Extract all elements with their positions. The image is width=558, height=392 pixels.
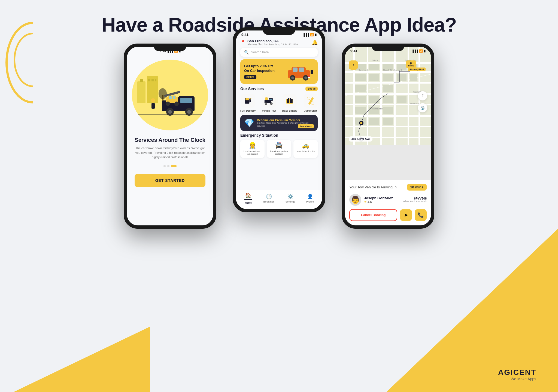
nav-home[interactable]: 🏠 Home [244, 192, 252, 204]
svg-rect-64 [345, 71, 431, 73]
taxi-icon: 🚕 [302, 142, 309, 149]
phone2-screen: 9:41 ▐▐▐ 📶 ▮ 📍 San Francisco, CA Alemany… [236, 30, 322, 209]
bookings-nav-label: Bookings [263, 200, 275, 203]
back-button[interactable]: ‹ [349, 60, 358, 70]
svg-point-19 [187, 110, 191, 114]
battery-icon: ▮ [315, 33, 317, 36]
map-area: 30th St Church St Day Randall St Fairmou… [345, 47, 431, 145]
phone-home: 9:41 ▐▐▐ 📶 ▮ 📍 San Francisco, CA Alemany… [233, 27, 325, 212]
service-fuel-delivery[interactable]: Fuel Delivery [240, 94, 256, 112]
vehicle-tow-label: Vehicle Tow [262, 109, 276, 112]
svg-rect-89 [410, 74, 417, 81]
svg-rect-27 [293, 68, 298, 72]
svg-rect-5 [155, 79, 156, 81]
svg-rect-98 [369, 118, 379, 125]
nav-settings[interactable]: ⚙️ Settings [286, 194, 295, 203]
location-city: San Francisco, CA [247, 39, 298, 43]
services-grid: Fuel Delivery [240, 94, 318, 112]
branding: AGICENT We Make Apps [498, 368, 536, 381]
svg-point-32 [304, 76, 307, 79]
svg-text:30th St: 30th St [372, 59, 378, 61]
phone3-time: 9:41 [350, 49, 357, 53]
signal-icon: ▐▐▐ [412, 50, 418, 53]
emergency-title: Emergency Situation [240, 133, 318, 137]
see-all-button[interactable]: See all [305, 87, 318, 91]
nav-profile[interactable]: 👤 Profile [306, 194, 314, 203]
bg-triangle-left [14, 283, 150, 392]
dot-1 [163, 165, 166, 167]
svg-point-21 [174, 102, 179, 106]
phone1-screen: 9:41 ▐▐▐ 📶 ▮ [127, 47, 213, 225]
search-bar[interactable]: 🔍 Search here [240, 48, 318, 57]
tracking-panel: Your Tow Vehicle Is Arriving In 10 mins … [345, 180, 431, 225]
emergency-report-accident[interactable]: 🚔 I want to report an accident [267, 140, 291, 158]
wifi-icon: 📶 [310, 33, 314, 36]
destination-label: Alemany Blvd [408, 68, 426, 71]
nav-bookings[interactable]: 🕐 Bookings [263, 194, 275, 203]
svg-point-20 [166, 102, 170, 106]
phone-splash: 9:41 ▐▐▐ 📶 ▮ [124, 44, 216, 229]
cancel-booking-button[interactable]: Cancel Booking [349, 209, 397, 221]
jump-start-icon-box [304, 94, 318, 108]
location-pin-icon: 📍 [240, 39, 246, 45]
driver-name: Joseph Gonzalez [364, 196, 400, 200]
svg-rect-1 [140, 79, 143, 82]
service-dead-battery[interactable]: ! Dead Battery [282, 94, 298, 112]
fuel-delivery-label: Fuel Delivery [240, 109, 256, 112]
location-details: San Francisco, CA Alemany Blvd, San Fran… [247, 39, 298, 46]
svg-rect-54 [288, 98, 290, 99]
phones-container: 9:41 ▐▐▐ 📶 ▮ [0, 44, 558, 229]
splash-dots [163, 165, 177, 167]
driver-avatar: 👨 [349, 194, 361, 206]
phone2-status-icons: ▐▐▐ 📶 ▮ [303, 33, 317, 36]
navigate-button[interactable]: ➤ [400, 209, 412, 221]
worker-icon: 👷 [249, 142, 256, 149]
driver-row: 👨 Joseph Gonzalez ★ 4.6 6PYV308 White Fo… [349, 194, 427, 206]
promo-content: Get upto 20% OffOn Car Inspection GET20 [244, 64, 275, 79]
home-nav-indicator [244, 199, 252, 200]
home-nav-label: Home [245, 201, 252, 204]
settings-nav-label: Settings [286, 200, 295, 203]
svg-rect-94 [355, 107, 366, 114]
diamond-icon: 💎 [244, 118, 254, 128]
jump-start-label: Jump Start [304, 109, 317, 112]
svg-point-22 [151, 98, 155, 103]
svg-rect-72 [367, 47, 368, 145]
promo-car-illustration [287, 62, 314, 81]
svg-text:Sanchez St: Sanchez St [359, 69, 368, 71]
share-button[interactable]: ⤴ [418, 91, 427, 100]
promo-banner[interactable]: Get upto 20% OffOn Car Inspection GET20 [240, 59, 318, 84]
wifi-icon: 📶 [419, 49, 423, 53]
learn-more-button[interactable]: Learn More [298, 124, 314, 128]
signal-button[interactable]: 📡 [418, 103, 427, 112]
svg-rect-55 [290, 98, 291, 99]
emergency-accident-injured[interactable]: 👷 I had an accident I am injured [240, 140, 265, 158]
phone1-notch [154, 44, 186, 51]
arrival-row: Your Tow Vehicle Is Arriving In 10 mins [349, 184, 427, 191]
svg-rect-96 [383, 107, 393, 114]
svg-rect-37 [308, 77, 310, 78]
arrival-text: Your Tow Vehicle Is Arriving In [349, 185, 396, 189]
dot-3-active [171, 165, 177, 167]
svg-rect-87 [397, 74, 407, 81]
svg-text:Fairmount St: Fairmount St [372, 108, 383, 110]
get-started-button[interactable]: GET STARTED [135, 174, 205, 187]
svg-rect-57 [290, 99, 293, 103]
notification-icon[interactable]: 🔔 [312, 39, 318, 45]
settings-nav-icon: ⚙️ [287, 194, 293, 200]
svg-point-60 [307, 97, 310, 100]
driver-vehicle-info: 6PYV308 White Ford Tow Truck [403, 197, 427, 203]
svg-rect-68 [345, 115, 431, 117]
premium-banner[interactable]: 💎 Become our Premium Member Get Free Roa… [240, 115, 318, 131]
phone3-screen: 9:41 ▐▐▐ 📶 ▮ [345, 47, 431, 225]
star-icon: ★ [364, 200, 367, 204]
service-jump-start[interactable]: Jump Start [304, 94, 318, 112]
driver-vehicle-type: White Ford Tow Truck [403, 200, 427, 203]
svg-rect-79 [355, 74, 366, 81]
service-vehicle-tow[interactable]: Vehicle Tow [262, 94, 276, 112]
driver-rating-value: 4.6 [368, 200, 372, 204]
call-button[interactable]: 📞 [415, 209, 427, 221]
svg-point-17 [168, 110, 172, 114]
location-info: 📍 San Francisco, CA Alemany Blvd, San Fr… [240, 39, 298, 46]
emergency-book-ride[interactable]: 🚕 I want to book a ride [293, 140, 318, 158]
